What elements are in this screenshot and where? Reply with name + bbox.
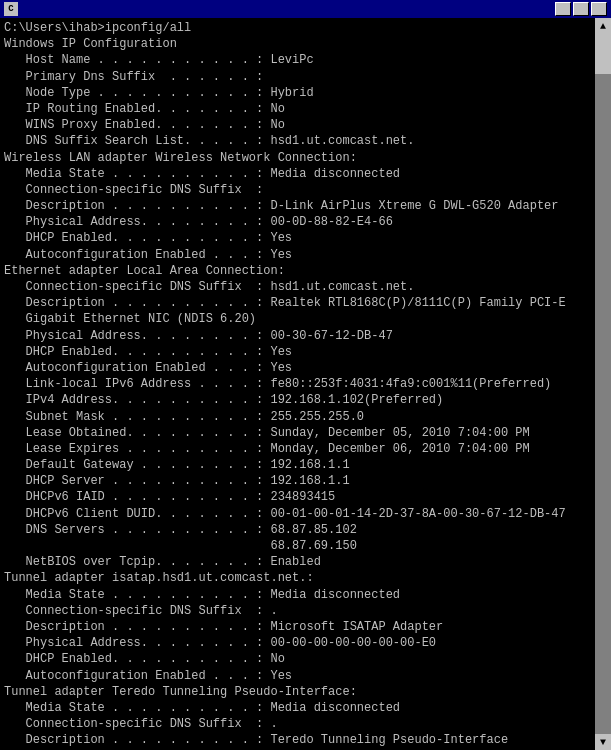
terminal-line: Link-local IPv6 Address . . . . : fe80::… (4, 376, 607, 392)
terminal-line: 68.87.69.150 (4, 538, 607, 554)
terminal-line: Tunnel adapter isatap.hsd1.ut.comcast.ne… (4, 570, 607, 586)
terminal-line: Connection-specific DNS Suffix : . (4, 603, 607, 619)
terminal-line: Windows IP Configuration (4, 36, 607, 52)
maximize-button[interactable] (573, 2, 589, 16)
terminal-line: DHCPv6 Client DUID. . . . . . . : 00-01-… (4, 506, 607, 522)
terminal-line: NetBIOS over Tcpip. . . . . . . : Enable… (4, 554, 607, 570)
terminal-line: Ethernet adapter Local Area Connection: (4, 263, 607, 279)
terminal-line: Description . . . . . . . . . . : Realte… (4, 295, 607, 311)
terminal-line: WINS Proxy Enabled. . . . . . . : No (4, 117, 607, 133)
terminal-line: Subnet Mask . . . . . . . . . . : 255.25… (4, 409, 607, 425)
terminal-line: DNS Servers . . . . . . . . . . : 68.87.… (4, 522, 607, 538)
terminal-line: IPv4 Address. . . . . . . . . . : 192.16… (4, 392, 607, 408)
terminal-content: C:\Users\ihab>ipconfig/allWindows IP Con… (0, 18, 611, 750)
terminal-line: Description . . . . . . . . . . : Micros… (4, 619, 607, 635)
terminal-line: Physical Address. . . . . . . . : 00-0D-… (4, 214, 607, 230)
terminal-line: Lease Expires . . . . . . . . . : Monday… (4, 441, 607, 457)
terminal-line: Host Name . . . . . . . . . . . : LeviPc (4, 52, 607, 68)
terminal-line: Tunnel adapter Teredo Tunneling Pseudo-I… (4, 684, 607, 700)
terminal-line: DHCP Enabled. . . . . . . . . . : Yes (4, 230, 607, 246)
scrollbar[interactable]: ▲ ▼ (595, 18, 611, 750)
terminal-line: Autoconfiguration Enabled . . . : Yes (4, 668, 607, 684)
scroll-thumb[interactable] (595, 34, 611, 74)
terminal-line: DHCP Enabled. . . . . . . . . . : No (4, 651, 607, 667)
terminal-line: Connection-specific DNS Suffix : . (4, 716, 607, 732)
scroll-track[interactable] (595, 34, 611, 734)
terminal-line: Node Type . . . . . . . . . . . : Hybrid (4, 85, 607, 101)
terminal-line: Autoconfiguration Enabled . . . : Yes (4, 360, 607, 376)
terminal-line: Media State . . . . . . . . . . : Media … (4, 587, 607, 603)
terminal-line: C:\Users\ihab>ipconfig/all (4, 20, 607, 36)
app-icon: C (4, 2, 18, 16)
terminal-line: Wireless LAN adapter Wireless Network Co… (4, 150, 607, 166)
terminal-line: Primary Dns Suffix . . . . . . : (4, 69, 607, 85)
terminal-line: Autoconfiguration Enabled . . . : Yes (4, 247, 607, 263)
terminal-line: Description . . . . . . . . . . : Teredo… (4, 732, 607, 748)
terminal-line: DHCPv6 IAID . . . . . . . . . . : 234893… (4, 489, 607, 505)
minimize-button[interactable] (555, 2, 571, 16)
terminal-line: Physical Address. . . . . . . . : 00-30-… (4, 328, 607, 344)
scroll-up-arrow[interactable]: ▲ (595, 18, 611, 34)
terminal-line: Description . . . . . . . . . . : D-Link… (4, 198, 607, 214)
window-controls (555, 2, 607, 16)
terminal-line: Media State . . . . . . . . . . : Media … (4, 166, 607, 182)
terminal-line: DHCP Server . . . . . . . . . . : 192.16… (4, 473, 607, 489)
terminal-line: DNS Suffix Search List. . . . . : hsd1.u… (4, 133, 607, 149)
terminal-line: Gigabit Ethernet NIC (NDIS 6.20) (4, 311, 607, 327)
title-bar: C (0, 0, 611, 18)
terminal-line: Connection-specific DNS Suffix : (4, 182, 607, 198)
terminal-line: Default Gateway . . . . . . . . : 192.16… (4, 457, 607, 473)
terminal-line: Physical Address. . . . . . . . : 00-00-… (4, 635, 607, 651)
close-button[interactable] (591, 2, 607, 16)
terminal-line: Connection-specific DNS Suffix : hsd1.ut… (4, 279, 607, 295)
terminal-line: Media State . . . . . . . . . . : Media … (4, 700, 607, 716)
scroll-down-arrow[interactable]: ▼ (595, 734, 611, 750)
terminal-line: IP Routing Enabled. . . . . . . : No (4, 101, 607, 117)
terminal-line: DHCP Enabled. . . . . . . . . . : Yes (4, 344, 607, 360)
terminal-line: Lease Obtained. . . . . . . . . : Sunday… (4, 425, 607, 441)
